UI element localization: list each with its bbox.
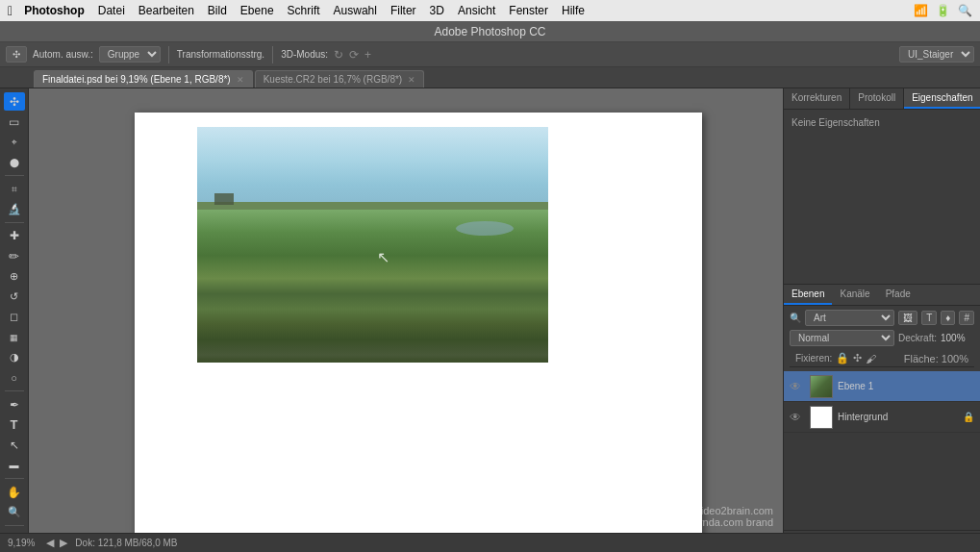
clone-tool[interactable]: ⊕ [4,267,25,286]
3d-zoom-icon[interactable]: + [364,48,371,62]
tool-separator-4 [5,478,24,479]
layer-item-ebene1[interactable]: 👁 Ebene 1 [784,371,980,402]
app-name[interactable]: Photoshop [24,4,85,17]
right-panel: Korrekturen Protokoll Eigenschaften Kein… [783,88,980,552]
tool-separator-1 [5,175,24,176]
tab-finaldatei[interactable]: Finaldatei.psd bei 9,19% (Ebene 1, RGB/8… [34,70,253,88]
wifi-icon: 📶 [914,4,928,17]
tab-kanaele[interactable]: Kanäle [832,285,877,305]
brush-tool[interactable]: ✏ [4,247,25,265]
layer-name-hintergrund: Hintergrund [838,412,963,422]
layer-thumb-hintergrund [810,406,833,429]
move-icon[interactable]: ✣ [853,352,862,364]
3d-label: 3D-Modus: [281,49,328,60]
profile-area: UI_Staiger [899,46,974,63]
canvas-area[interactable]: ↖ video2brain.com a lynda.com brand [29,88,783,552]
doc-info: Dok: 121,8 MB/68,0 MB [75,538,177,548]
move-options-btn[interactable]: ✣ [6,46,27,63]
tab-eigenschaften[interactable]: Eigenschaften [904,88,980,109]
text-tool[interactable]: T [4,415,25,434]
layer-icon-btn1[interactable]: 🖼 [898,311,917,325]
image-water [456,221,514,236]
layer-visibility-hintergrund[interactable]: 👁 [790,411,805,424]
tab-korrekturen[interactable]: Korrekturen [784,88,850,109]
menu-ebene[interactable]: Ebene [240,4,274,17]
search-icon[interactable]: 🔍 [958,4,972,17]
tab-ebenen[interactable]: Ebenen [784,285,832,305]
menu-schrift[interactable]: Schrift [288,4,320,17]
healing-tool[interactable]: ✚ [4,227,25,245]
lock-icon[interactable]: 🔒 [836,352,849,364]
blend-mode-select[interactable]: Normal [790,330,894,346]
tool-separator-3 [5,390,24,391]
path-select-tool[interactable]: ↖ [4,436,25,454]
status-nav-left[interactable]: ◀ [46,537,54,549]
move-tool[interactable]: ✣ [4,92,25,111]
layer-icon-btn2[interactable]: T [921,311,937,325]
layer-list: 👁 Ebene 1 👁 Hintergrund 🔒 [784,371,980,530]
layer-search-row: 🔍 Art 🖼 T ♦ # [790,310,974,326]
apple-menu[interactable]:  [8,3,13,18]
layer-thumb-ebene1 [810,375,833,398]
status-nav-right[interactable]: ▶ [60,537,67,549]
marquee-tool[interactable]: ▭ [4,113,25,131]
fill-value: 100% [942,353,968,364]
canvas-image: ↖ [197,127,548,363]
menu-bild[interactable]: Bild [208,4,227,17]
layer-item-hintergrund[interactable]: 👁 Hintergrund 🔒 [784,402,980,433]
tab-close-1[interactable]: ✕ [408,75,415,85]
separator [168,46,169,63]
crop-tool[interactable]: ⌗ [4,180,25,198]
3d-rotate-icon[interactable]: ↻ [334,48,343,62]
eyedropper-tool[interactable]: 🔬 [4,200,25,218]
layer-visibility-ebene1[interactable]: 👁 [790,380,805,393]
menu-3d[interactable]: 3D [430,4,444,17]
group-select[interactable]: Gruppe [99,46,161,63]
auto-label: Autom. ausw.: [33,49,93,60]
menu-auswahl[interactable]: Auswahl [334,4,377,17]
menu-bar:  Photoshop Datei Bearbeiten Bild Ebene … [0,0,980,21]
layer-kind-select[interactable]: Art [805,310,894,326]
tab-protokoll[interactable]: Protokoll [850,88,904,109]
image-sky [197,127,548,210]
menubar-right: 📶 🔋 🔍 [914,4,972,17]
dodge-tool[interactable]: ○ [4,368,25,387]
fill-label: Fläche: 100% [904,353,968,364]
fix-label: Fixieren: [795,353,832,364]
eraser-tool[interactable]: ◻ [4,308,25,326]
menu-fenster[interactable]: Fenster [509,4,548,17]
blur-tool[interactable]: ◑ [4,348,25,366]
layer-name-ebene1: Ebene 1 [838,381,974,391]
menu-ansicht[interactable]: Ansicht [458,4,495,17]
menu-filter[interactable]: Filter [390,4,416,17]
menu-datei[interactable]: Datei [98,4,125,17]
tool-separator-2 [5,222,24,223]
quick-select-tool[interactable]: ⬤ [4,153,25,171]
menu-hilfe[interactable]: Hilfe [562,4,585,17]
tab-close-0[interactable]: ✕ [237,75,244,85]
shape-tool[interactable]: ▬ [4,456,25,474]
zoom-tool[interactable]: 🔍 [4,503,25,521]
tab-pfade[interactable]: Pfade [878,285,918,305]
zoom-level: 9,19% [8,538,35,548]
brush-fix-icon[interactable]: 🖌 [866,353,876,364]
menu-bearbeiten[interactable]: Bearbeiten [138,4,194,17]
pen-tool[interactable]: ✒ [4,395,25,414]
gradient-tool[interactable]: ▦ [4,328,25,346]
app-title: Adobe Photoshop CC [434,25,545,38]
history-brush-tool[interactable]: ↺ [4,288,25,306]
transform-label: Transformationsstrg. [177,49,264,60]
hand-tool[interactable]: ✋ [4,483,25,501]
tab-label-0: Finaldatei.psd bei 9,19% (Ebene 1, RGB/8… [42,74,231,85]
3d-pan-icon[interactable]: ⟳ [349,48,359,62]
tabs-bar: Finaldatei.psd bei 9,19% (Ebene 1, RGB/8… [0,67,980,88]
canvas-paper: ↖ [135,113,702,545]
properties-empty-label: Keine Eigenschaften [792,117,880,128]
fill-text: Fläche: [904,353,939,364]
layer-icon-btn4[interactable]: # [959,311,974,325]
lasso-tool[interactable]: ⌖ [4,133,25,151]
layer-locked-icon: 🔒 [963,412,974,422]
profile-select[interactable]: UI_Staiger [899,46,974,63]
tab-kueste[interactable]: Kueste.CR2 bei 16,7% (RGB/8*) ✕ [255,70,425,88]
layer-icon-btn3[interactable]: ♦ [941,311,955,325]
